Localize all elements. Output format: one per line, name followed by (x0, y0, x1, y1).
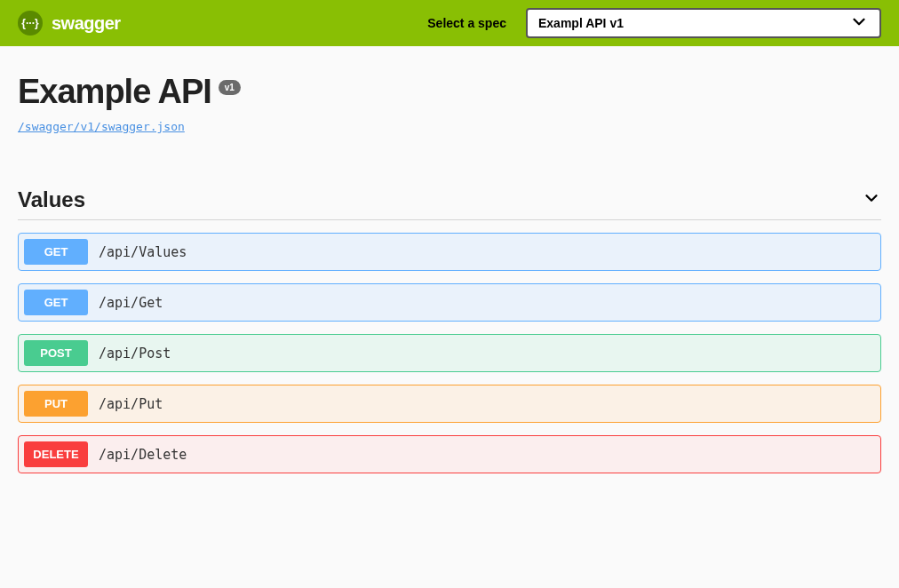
operation-path: /api/Put (99, 396, 163, 412)
api-title: Example API (18, 73, 211, 111)
operation-row[interactable]: PUT/api/Put (18, 385, 881, 423)
operation-path: /api/Values (99, 244, 187, 260)
version-badge: v1 (219, 80, 241, 95)
swagger-logo-icon: {···} (18, 11, 43, 36)
method-badge: DELETE (24, 441, 88, 467)
operation-row[interactable]: GET/api/Values (18, 233, 881, 271)
operation-path: /api/Get (99, 295, 163, 311)
section-values: Values GET/api/ValuesGET/api/GetPOST/api… (18, 187, 881, 473)
operation-path: /api/Delete (99, 447, 187, 463)
brand-text: swagger (52, 13, 121, 34)
api-title-row: Example API v1 (18, 73, 881, 111)
operation-path: /api/Post (99, 346, 171, 362)
method-badge: POST (24, 340, 88, 366)
spec-select[interactable]: Exampl API v1 (526, 8, 881, 38)
operation-row[interactable]: GET/api/Get (18, 283, 881, 322)
chevron-down-icon (849, 12, 869, 35)
operation-row[interactable]: DELETE/api/Delete (18, 435, 881, 473)
operations-list: GET/api/ValuesGET/api/GetPOST/api/PostPU… (18, 233, 881, 473)
method-badge: GET (24, 239, 88, 265)
chevron-down-icon (862, 188, 881, 211)
method-badge: PUT (24, 391, 88, 417)
method-badge: GET (24, 290, 88, 315)
main-container: Example API v1 /swagger/v1/swagger.json … (0, 46, 899, 504)
logo-wrap: {···} swagger (18, 11, 417, 36)
spec-url-link[interactable]: /swagger/v1/swagger.json (18, 120, 185, 133)
section-title: Values (18, 187, 85, 212)
spec-select-value: Exampl API v1 (538, 16, 624, 30)
operation-row[interactable]: POST/api/Post (18, 334, 881, 372)
topbar: {···} swagger Select a spec Exampl API v… (0, 0, 899, 46)
section-header[interactable]: Values (18, 187, 881, 220)
spec-select-label: Select a spec (427, 16, 506, 30)
